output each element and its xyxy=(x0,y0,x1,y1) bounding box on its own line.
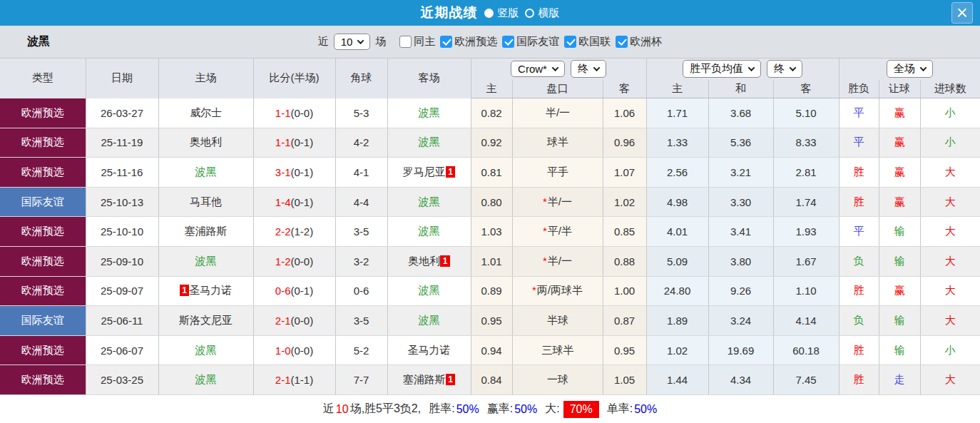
corner-cell: 4-4 xyxy=(335,187,387,217)
match-date-cell: 25-11-19 xyxy=(86,128,158,158)
avg-draw-cell: 3.30 xyxy=(708,187,773,217)
radio-vertical[interactable]: 竖版 xyxy=(484,6,519,20)
subheader-result-goals: 进球数 xyxy=(920,80,980,98)
result-goals: 大 xyxy=(945,195,956,208)
handicap-changed-marker: * xyxy=(543,195,547,208)
chevron-down-icon xyxy=(748,64,755,71)
away-team-cell: 波黑 xyxy=(387,217,471,247)
avg-draw-cell: 19.69 xyxy=(708,335,773,365)
handicap-changed-marker: * xyxy=(543,255,547,267)
away-team-name: 塞浦路斯 xyxy=(403,373,446,385)
halftime-score: (0-0) xyxy=(291,107,314,119)
away-odds-cell: 1.06 xyxy=(603,98,646,128)
away-odds-cell: 0.87 xyxy=(603,306,646,336)
result-handicap-cell: 赢 xyxy=(879,98,920,128)
avg-home-cell: 4.01 xyxy=(646,217,708,247)
league-checkbox-nations[interactable] xyxy=(564,36,576,48)
away-team-name: 波黑 xyxy=(419,314,440,326)
close-button[interactable] xyxy=(951,2,973,24)
odds-time-select-value: 终 xyxy=(578,62,588,76)
avg-time-select[interactable]: 终 xyxy=(767,60,802,78)
home-team-cell: 马耳他 xyxy=(158,187,253,217)
halftime-score: (0-1) xyxy=(291,136,314,148)
bookmaker-select[interactable]: Crow* xyxy=(511,61,565,77)
header-date: 日期 xyxy=(86,58,158,98)
same-home-checkbox[interactable] xyxy=(399,36,412,48)
filter-bar: 波黑 近 10 场 同主 欧洲预选 国际友谊 欧国联 欧洲杯 xyxy=(0,26,980,58)
result-goals: 大 xyxy=(945,165,956,178)
handicap-line: 平手 xyxy=(547,165,568,178)
handicap-line: 一球 xyxy=(547,373,568,385)
avg-away-cell: 4.14 xyxy=(773,306,839,336)
result-handicap: 走 xyxy=(894,373,905,385)
home-team-name: 斯洛文尼亚 xyxy=(179,314,233,326)
recent-count-select[interactable]: 10 xyxy=(334,34,371,50)
result-wdl-cell: 平 xyxy=(839,217,879,247)
header-corner: 角球 xyxy=(335,58,387,98)
league-filter-friendly: 国际友谊 xyxy=(502,35,559,49)
result-goals: 小 xyxy=(945,136,956,148)
cover-rate-label: 赢率: xyxy=(487,402,513,417)
header-result-group: 全场 xyxy=(839,58,980,80)
match-date-cell: 25-11-16 xyxy=(86,158,158,188)
summary-count: 10 xyxy=(336,403,349,416)
score-cell: 1-2(0-0) xyxy=(253,246,335,276)
league-checkbox-qualifier[interactable] xyxy=(440,36,452,48)
away-team-name: 圣马力诺 xyxy=(408,344,451,356)
header-odds-group: Crow* 终 xyxy=(471,58,646,80)
avg-away-cell: 7.45 xyxy=(773,365,839,395)
home-team-cell: 斯洛文尼亚 xyxy=(158,306,253,336)
home-team-name: 马耳他 xyxy=(190,195,222,208)
fulltime-score: 2-1 xyxy=(275,374,291,386)
league-checkbox-friendly[interactable] xyxy=(502,36,514,48)
team-name: 波黑 xyxy=(27,34,50,49)
subheader-handicap: 盘口 xyxy=(512,80,603,98)
handicap-line: 平/半 xyxy=(548,225,572,237)
home-odds-cell: 0.84 xyxy=(471,365,512,395)
avg-home-cell: 2.56 xyxy=(646,158,708,188)
result-goals-cell: 大 xyxy=(920,276,980,306)
result-handicap-cell: 输 xyxy=(879,246,920,276)
result-goals-cell: 小 xyxy=(920,98,980,128)
table-row: 欧洲预选 25-09-10 波黑 1-2(0-0) 3-2 奥地利1 1.01 … xyxy=(0,246,980,276)
away-team-cell: 波黑 xyxy=(387,187,471,217)
home-odds-cell: 0.95 xyxy=(471,306,512,336)
handicap-line: 半/一 xyxy=(546,106,570,118)
avg-type-select[interactable]: 胜平负均值 xyxy=(683,60,761,78)
avg-draw-cell: 4.34 xyxy=(708,365,773,395)
single-rate-label: 单率: xyxy=(607,402,633,417)
match-type-cell: 欧洲预选 xyxy=(0,276,86,306)
away-team-name: 奥地利 xyxy=(408,255,440,267)
result-wdl-cell: 胜 xyxy=(839,276,879,306)
corner-cell: 3-5 xyxy=(335,217,387,247)
league-checkbox-euro[interactable] xyxy=(616,36,628,48)
home-team-name: 塞浦路斯 xyxy=(185,225,228,237)
match-date-cell: 25-09-07 xyxy=(86,276,158,306)
fulltime-score: 1-0 xyxy=(275,345,291,357)
subheader-avg-home: 主 xyxy=(646,80,708,98)
corner-cell: 7-7 xyxy=(335,365,387,395)
subheader-result-wdl: 胜负 xyxy=(839,80,879,98)
home-odds-cell: 1.03 xyxy=(471,217,512,247)
table-row: 欧洲预选 25-03-25 波黑 2-1(1-1) 7-7 塞浦路斯1 0.84… xyxy=(0,365,980,395)
handicap-line: 两/两球半 xyxy=(537,284,583,296)
corner-cell: 4-1 xyxy=(335,158,387,188)
result-goals-cell: 大 xyxy=(920,365,980,395)
handicap-line: 半球 xyxy=(547,314,568,326)
avg-away-cell: 1.74 xyxy=(773,187,839,217)
home-team-cell: 波黑 xyxy=(158,158,253,188)
result-goals-cell: 大 xyxy=(920,187,980,217)
result-goals: 小 xyxy=(945,344,956,356)
home-team-name: 波黑 xyxy=(195,373,217,385)
radio-horizontal[interactable]: 横版 xyxy=(525,6,560,20)
halftime-score: (0-0) xyxy=(291,255,314,267)
result-wdl: 平 xyxy=(854,136,864,148)
handicap-changed-marker: * xyxy=(532,284,536,296)
home-team-name: 波黑 xyxy=(195,255,217,267)
scope-select[interactable]: 全场 xyxy=(887,60,933,78)
result-handicap: 输 xyxy=(894,255,905,267)
handicap-line: 三球半 xyxy=(542,344,574,356)
odds-time-select[interactable]: 终 xyxy=(571,60,606,78)
result-wdl-cell: 负 xyxy=(839,246,879,276)
big-rate-value: 70% xyxy=(563,401,599,418)
